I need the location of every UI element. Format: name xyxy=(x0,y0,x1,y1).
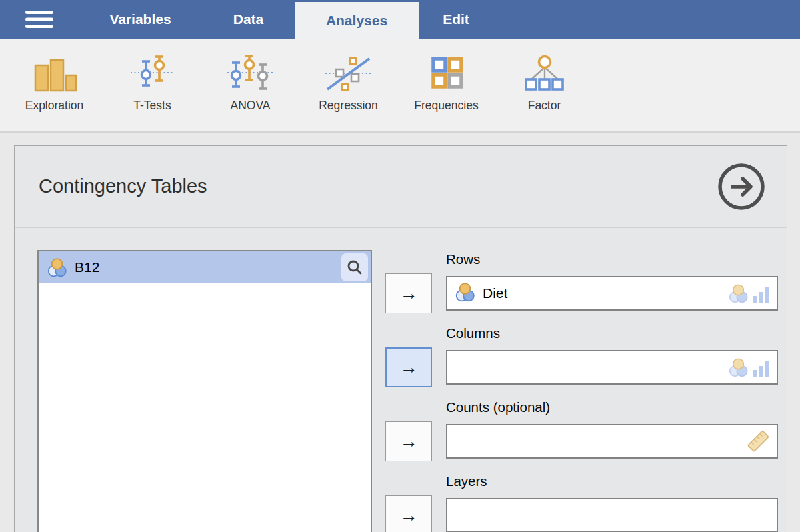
content-area: Contingency Tables xyxy=(0,133,800,531)
permitted-types-icons xyxy=(729,283,771,303)
tree-diagram-icon xyxy=(521,54,568,94)
top-nav-bar: Variables Data Analyses Edit xyxy=(0,0,800,39)
layers-field-group: Layers → xyxy=(385,472,778,532)
columns-label: Columns xyxy=(446,324,778,343)
list-item-b12[interactable]: B12 xyxy=(39,251,371,283)
nominal-variable-icon xyxy=(455,283,476,305)
layers-label: Layers xyxy=(446,472,778,491)
bar-levels-icon xyxy=(753,359,771,377)
permitted-types-icons xyxy=(745,429,771,454)
move-to-counts-button[interactable]: → xyxy=(385,421,432,461)
square-grid-icon xyxy=(423,54,470,94)
counts-field-group: Counts (optional) → xyxy=(385,398,778,461)
pale-nominal-variable-icon xyxy=(729,357,749,377)
move-right-icon: → xyxy=(400,357,418,378)
assign-fields-column: Rows → xyxy=(385,250,778,532)
rows-field-box[interactable]: Diet xyxy=(446,276,778,311)
counts-label: Counts (optional) xyxy=(446,398,778,417)
columns-field-box[interactable] xyxy=(446,350,778,385)
bar-levels-icon xyxy=(753,285,771,303)
move-right-icon: → xyxy=(400,283,418,304)
hamburger-icon xyxy=(25,10,53,29)
move-to-columns-button[interactable]: → xyxy=(385,347,432,387)
pale-nominal-variable-icon xyxy=(729,283,749,303)
move-right-icon: → xyxy=(400,505,418,526)
ribbon-item-anova[interactable]: ANOVA xyxy=(201,39,299,131)
assigned-variable-chip[interactable]: Diet xyxy=(455,283,507,305)
scatter-fit-line-icon xyxy=(325,54,372,94)
counts-field-box[interactable] xyxy=(446,424,778,459)
ribbon-label: Factor xyxy=(528,99,561,113)
circled-right-arrow-icon xyxy=(716,161,767,212)
ribbon-item-regression[interactable]: Regression xyxy=(299,39,397,131)
columns-field-group: Columns → xyxy=(385,324,778,387)
rows-field-group: Rows → xyxy=(385,250,778,313)
variable-name: B12 xyxy=(75,259,99,275)
tab-edit[interactable]: Edit xyxy=(419,0,493,39)
available-variables-list[interactable]: B12 xyxy=(37,250,372,532)
page-title: Contingency Tables xyxy=(39,175,716,197)
ribbon-label: Exploration xyxy=(25,99,84,113)
nominal-variable-icon xyxy=(47,258,68,277)
ribbon-label: T-Tests xyxy=(133,99,171,113)
ribbon-label: Regression xyxy=(319,99,378,113)
rows-label: Rows xyxy=(446,250,778,269)
bar-chart-icon xyxy=(30,54,79,94)
ribbon-item-t-tests[interactable]: T-Tests xyxy=(103,39,201,131)
tab-data[interactable]: Data xyxy=(202,0,295,39)
move-to-layers-button[interactable]: → xyxy=(385,495,432,532)
ribbon-item-exploration[interactable]: Exploration xyxy=(5,39,103,131)
search-button[interactable] xyxy=(341,253,368,281)
two-error-bars-icon xyxy=(129,54,176,94)
ribbon-item-frequencies[interactable]: Frequencies xyxy=(397,39,495,131)
three-error-bars-icon xyxy=(227,54,274,94)
assigned-variable-name: Diet xyxy=(483,285,507,301)
move-right-icon: → xyxy=(400,431,418,452)
permitted-types-icons xyxy=(729,357,771,377)
ruler-icon xyxy=(745,429,771,454)
magnifier-icon xyxy=(346,259,363,276)
ribbon-item-factor[interactable]: Factor xyxy=(495,39,593,131)
ribbon-label: Frequencies xyxy=(414,99,478,113)
panel-body: B12 Rows → xyxy=(15,228,787,532)
collapse-panel-button[interactable] xyxy=(716,161,767,212)
analyses-ribbon: Exploration T-Tests xyxy=(0,39,800,133)
tab-analyses[interactable]: Analyses xyxy=(295,2,419,39)
tab-variables[interactable]: Variables xyxy=(79,0,202,39)
ribbon-label: ANOVA xyxy=(231,99,271,113)
move-to-rows-button[interactable]: → xyxy=(385,273,432,313)
contingency-tables-panel: Contingency Tables xyxy=(14,145,787,532)
panel-header: Contingency Tables xyxy=(15,146,787,227)
layers-field-box[interactable] xyxy=(446,498,778,532)
hamburger-menu-button[interactable] xyxy=(0,0,79,39)
